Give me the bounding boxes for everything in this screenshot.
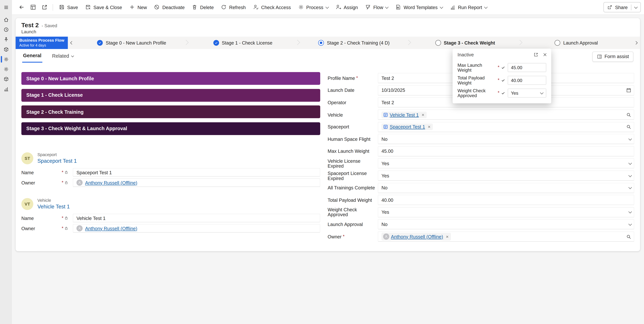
sidebar-item-recent[interactable] xyxy=(0,25,12,35)
all-trainings-complete-field[interactable]: No xyxy=(378,183,634,193)
focused-view-button[interactable] xyxy=(28,2,38,13)
owner-lookup-field[interactable]: Anthony Russell (Offline) xyxy=(378,231,634,242)
calendar-icon[interactable] xyxy=(626,88,631,93)
required-asterisk: * xyxy=(498,78,500,82)
avatar xyxy=(76,180,82,186)
field-row: Weight Check Approved Yes xyxy=(328,206,634,218)
launch-approval-field[interactable]: No xyxy=(378,219,634,229)
save-and-close-button[interactable]: Save & Close xyxy=(82,2,125,13)
page: Test 2 - Saved Launch Business Process F… xyxy=(12,15,644,324)
owner-link[interactable]: Anthony Russell (Offline) xyxy=(85,226,137,231)
sidebar-item-reports[interactable] xyxy=(0,84,12,94)
tab-general[interactable]: General xyxy=(22,53,42,63)
total-payload-weight-field[interactable]: 40.00 xyxy=(378,195,634,205)
grid-icon xyxy=(30,4,36,10)
vehicle-lookup-field[interactable]: Vehicle Test 1 xyxy=(378,109,634,120)
bar-chart-icon xyxy=(3,86,9,92)
process-button[interactable]: Process xyxy=(294,2,332,13)
entity-label: Vehicle xyxy=(38,198,70,202)
owner-link[interactable]: Anthony Russell (Offline) xyxy=(85,180,137,185)
sidebar-item-home[interactable] xyxy=(0,15,12,25)
chevron-down-icon xyxy=(628,161,632,165)
bpf-stage-4[interactable]: Launch Approval xyxy=(521,37,632,49)
lock-icon xyxy=(64,226,68,230)
avatar: ST xyxy=(22,152,34,164)
spaceport-lookup-field[interactable]: Spaceport Test 1 xyxy=(378,122,634,132)
vehicle-owner-field[interactable]: Anthony Russell (Offline) xyxy=(73,224,320,233)
menu-icon[interactable] xyxy=(0,0,12,15)
bpf-stages: Stage 0 - New Launch Profile Stage 1 - C… xyxy=(76,37,632,49)
search-icon[interactable] xyxy=(626,234,631,239)
weight-check-approved-select[interactable]: Yes xyxy=(508,88,546,97)
remove-icon[interactable] xyxy=(421,113,424,116)
bpf-stage-0[interactable]: Stage 0 - New Launch Profile xyxy=(76,37,187,49)
max-launch-weight-field[interactable]: 45.00 xyxy=(378,146,634,156)
sidebar-item-pinned[interactable] xyxy=(0,35,12,45)
bpf-scroll-right[interactable] xyxy=(632,37,640,49)
deactivate-button[interactable]: Deactivate xyxy=(151,2,188,13)
tab-related[interactable]: Related xyxy=(51,53,74,62)
field-row: Name * Spaceport Test 1 xyxy=(22,168,320,177)
spaceport-license-expired-field[interactable]: Yes xyxy=(378,171,634,181)
field-label: Owner xyxy=(22,180,62,185)
chevron-down-icon xyxy=(628,174,632,177)
check-icon xyxy=(501,91,505,95)
sidebar-item-entity-2[interactable] xyxy=(0,74,12,84)
remove-icon[interactable] xyxy=(446,235,449,238)
expand-icon[interactable] xyxy=(534,53,538,57)
max-launch-weight-input[interactable]: 45.00 xyxy=(508,63,546,72)
bpf-stage-3[interactable]: Stage 3 - Check Weight xyxy=(410,37,521,49)
chevron-down-icon xyxy=(628,222,632,226)
vehicle-license-expired-field[interactable]: Yes xyxy=(378,158,634,169)
back-button[interactable] xyxy=(16,2,27,13)
search-icon[interactable] xyxy=(626,112,631,117)
app-window: Save Save & Close New Deactivate Delete … xyxy=(0,0,644,324)
required-asterisk: * xyxy=(498,65,500,69)
avatar xyxy=(383,234,389,240)
field-row: Vehicle License Expired Yes xyxy=(328,157,634,170)
spaceport-owner-field[interactable]: Anthony Russell (Offline) xyxy=(73,178,320,187)
cube-icon xyxy=(3,47,9,52)
flow-button[interactable]: Flow xyxy=(362,2,392,13)
delete-button[interactable]: Delete xyxy=(188,2,217,13)
popout-icon xyxy=(42,4,48,10)
record-link[interactable]: Vehicle Test 1 xyxy=(390,112,419,117)
check-access-button[interactable]: Check Access xyxy=(250,2,294,13)
form-assist-button[interactable]: Form assist xyxy=(592,51,634,62)
assign-button[interactable]: Assign xyxy=(332,2,361,13)
save-button[interactable]: Save xyxy=(56,2,81,13)
weight-check-approved-field[interactable]: Yes xyxy=(378,207,634,217)
record-icon xyxy=(383,112,388,117)
share-button[interactable]: Share xyxy=(604,2,641,12)
field-row: Max Launch Weight * 45.00 xyxy=(453,61,551,74)
remove-icon[interactable] xyxy=(428,125,431,128)
stage-banner-2: Stage 2 - Check Training xyxy=(22,105,320,118)
refresh-button[interactable]: Refresh xyxy=(218,2,249,13)
spaceport-name-field[interactable]: Spaceport Test 1 xyxy=(73,168,320,177)
sidebar-item-settings[interactable] xyxy=(0,64,12,74)
record-link[interactable]: Spaceport Test 1 xyxy=(390,124,425,129)
plus-icon xyxy=(129,4,135,10)
bpf-badge[interactable]: Business Process Flow Active for 4 days xyxy=(16,37,68,49)
record-link[interactable]: Spaceport Test 1 xyxy=(38,157,77,164)
save-close-icon xyxy=(85,4,91,10)
bpf-scroll-left[interactable] xyxy=(68,37,76,49)
new-button[interactable]: New xyxy=(126,2,150,13)
vehicle-name-field[interactable]: Vehicle Test 1 xyxy=(73,214,320,222)
owner-link[interactable]: Anthony Russell (Offline) xyxy=(391,234,443,239)
popout-button[interactable] xyxy=(39,2,50,13)
run-report-button[interactable]: Run Report xyxy=(446,2,490,13)
total-payload-weight-input[interactable]: 40.00 xyxy=(508,76,546,85)
bpf-stage-1[interactable]: Stage 1 - Check License xyxy=(187,37,298,49)
close-icon[interactable] xyxy=(542,53,547,57)
stage-banner-0: Stage 0 - New Launch Profile xyxy=(22,72,320,85)
record-link[interactable]: Vehicle Test 1 xyxy=(38,203,70,209)
word-templates-button[interactable]: Word Templates xyxy=(392,2,446,13)
sidebar-item-entity-1[interactable] xyxy=(0,45,12,55)
search-icon[interactable] xyxy=(626,124,631,129)
sidebar-item-processes[interactable] xyxy=(0,54,12,64)
field-row: Name * Vehicle Test 1 xyxy=(22,213,320,223)
bpf-stage-2[interactable]: Stage 2 - Check Training (4 D) xyxy=(298,37,410,49)
stage-status-label: Inactive xyxy=(458,52,530,57)
human-space-flight-field[interactable]: No xyxy=(378,134,634,144)
